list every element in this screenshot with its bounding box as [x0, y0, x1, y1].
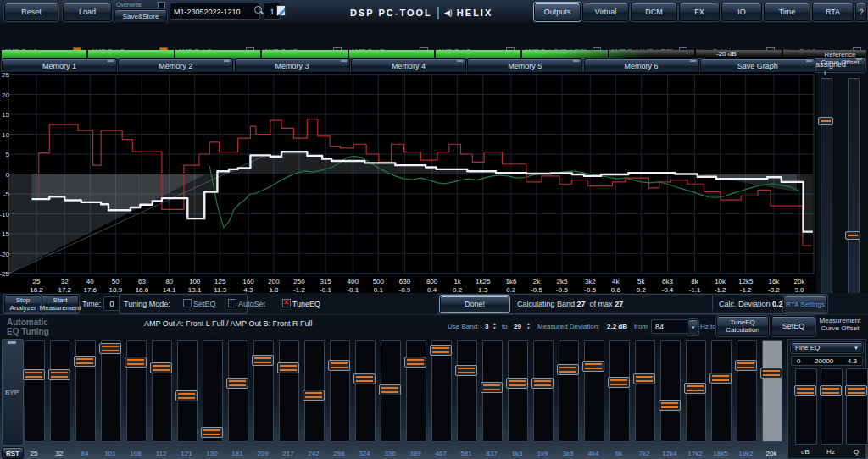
nav-help-button[interactable]: ? [855, 3, 867, 21]
band-from-value[interactable]: 3 [485, 323, 488, 330]
eq-band-track-581[interactable] [457, 340, 477, 442]
memory-slot-button[interactable]: Memory 2 [118, 58, 233, 73]
eq-band-track-1k3[interactable] [508, 340, 528, 442]
eq-band-handle-298[interactable] [328, 360, 350, 371]
eq-band-track-1k9[interactable] [533, 340, 554, 442]
memory-slot-button[interactable]: Memory 3 [235, 58, 350, 73]
search-icon[interactable] [254, 6, 262, 14]
frequency-response-graph[interactable]: 2520151050-5-10-15-20-252516.23217.24017… [0, 72, 816, 293]
fine-eq-handle-q[interactable] [845, 385, 867, 396]
load-button[interactable]: Load [63, 3, 112, 21]
band-to-spinner[interactable]: ▲▼ [526, 322, 531, 330]
eq-band-handle-3k3[interactable] [557, 364, 579, 375]
eq-band-handle-4k4[interactable] [582, 361, 604, 372]
nav-outputs-button[interactable]: Outputs [534, 3, 581, 21]
save-graph-button[interactable]: Save Graph [700, 58, 815, 73]
eq-band-handle-121[interactable] [175, 390, 198, 401]
nav-dcm-button[interactable]: DCM [631, 3, 677, 21]
eq-band-handle-6k[interactable] [608, 377, 630, 388]
eq-band-track-112[interactable] [152, 340, 172, 442]
fine-eq-dropdown[interactable]: Fine EQ▼ [791, 342, 863, 353]
freq-from-dropdown[interactable]: ▼ [687, 319, 698, 335]
eq-band-handle-581[interactable] [455, 365, 477, 376]
fine-eq-track-q[interactable] [846, 368, 868, 445]
mode-checkbox-autoset[interactable] [228, 299, 236, 307]
eq-band-track-108[interactable] [126, 340, 147, 442]
reset-button[interactable]: Reset [4, 3, 58, 21]
eq-band-handle-112[interactable] [150, 362, 172, 373]
band-from-spinner[interactable]: ▲▼ [492, 322, 498, 330]
eq-band-handle-20k[interactable] [760, 368, 782, 379]
tuneeq-button[interactable]: TuneEQCalculation [716, 316, 769, 336]
eq-band-track-4k4[interactable] [584, 340, 604, 442]
eq-band-handle-18k5[interactable] [709, 373, 732, 384]
rta-settings-button[interactable]: RTA Settings [783, 296, 827, 312]
eq-band-track-101[interactable] [101, 340, 121, 442]
eq-band-track-12k4[interactable] [660, 340, 681, 442]
nav-rta-button[interactable]: RTA [812, 3, 854, 21]
eq-band-handle-837[interactable] [481, 382, 503, 393]
eq-band-handle-17k2[interactable] [684, 383, 706, 394]
start-measurement-button[interactable]: StartMeasurement [42, 295, 79, 312]
eq-band-handle-324[interactable] [353, 373, 376, 384]
fine-eq-track-db[interactable] [795, 368, 817, 445]
stop-analyzer-button[interactable]: StopAnalyzer [4, 295, 42, 312]
eq-band-track-298[interactable] [330, 340, 350, 442]
eq-band-handle-467[interactable] [430, 345, 452, 356]
fine-eq-track-hz[interactable] [821, 368, 843, 445]
eq-band-track-32[interactable] [50, 340, 70, 442]
fine-eq-handle-hz[interactable] [820, 385, 842, 396]
memory-slot-button[interactable]: Memory 1 [2, 58, 117, 73]
eq-band-handle-1k3[interactable] [506, 378, 528, 389]
eq-band-handle-7k2[interactable] [633, 373, 655, 384]
eq-band-track-324[interactable] [355, 340, 376, 442]
eq-band-handle-19k2[interactable] [735, 360, 757, 371]
fine-eq-handle-db[interactable] [794, 385, 816, 396]
eq-band-track-3k3[interactable] [559, 340, 579, 442]
eq-band-handle-181[interactable] [226, 378, 248, 389]
eq-band-track-19k2[interactable] [737, 340, 757, 442]
memory-slot-button[interactable]: Memory 6 [584, 58, 699, 73]
seteq-button[interactable]: SetEQ [771, 316, 815, 336]
eq-band-handle-1k9[interactable] [531, 378, 554, 389]
eq-band-handle-32[interactable] [48, 369, 70, 380]
nav-virtual-button[interactable]: Virtual [582, 3, 629, 21]
mode-checkbox-seteq[interactable] [183, 299, 192, 307]
eq-band-track-25[interactable] [25, 340, 45, 442]
eq-band-track-6k[interactable] [609, 340, 630, 442]
eq-band-track-20k[interactable] [762, 340, 782, 442]
preset-name-field[interactable]: M1-23052022-1210 [170, 3, 260, 20]
overwrite-checkbox[interactable] [158, 2, 165, 9]
eq-band-handle-101[interactable] [99, 343, 121, 354]
mode-checkbox-tuneeq[interactable]: ✕ [282, 299, 291, 307]
nav-io-button[interactable]: IO [721, 3, 762, 21]
measurement-offset-slider-track[interactable] [848, 78, 860, 307]
eq-band-handle-336[interactable] [379, 384, 401, 395]
bypass-button[interactable]: BYP [2, 339, 24, 445]
eq-band-handle-25[interactable] [23, 369, 45, 380]
edit-preset-icon[interactable] [276, 5, 286, 16]
eq-band-handle-242[interactable] [303, 390, 325, 401]
eq-band-track-7k2[interactable] [635, 340, 655, 442]
done-button[interactable]: Done! [440, 296, 509, 312]
memory-slot-button[interactable]: Memory 5 [467, 58, 582, 73]
measurement-offset-slider-handle[interactable] [845, 231, 860, 240]
eq-band-handle-130[interactable] [201, 427, 223, 438]
eq-band-track-467[interactable] [431, 340, 452, 442]
band-to-value[interactable]: 29 [514, 323, 521, 330]
eq-band-handle-108[interactable] [125, 357, 147, 368]
eq-band-handle-389[interactable] [404, 357, 426, 368]
eq-band-handle-209[interactable] [252, 355, 274, 366]
reference-offset-slider-track[interactable] [821, 78, 832, 307]
save-store-button[interactable]: Save&Store [114, 9, 167, 23]
reference-offset-slider-handle[interactable] [818, 117, 833, 125]
eq-band-track-18k5[interactable] [711, 340, 732, 442]
nav-time-button[interactable]: Time [764, 3, 810, 21]
eq-band-track-389[interactable] [406, 340, 426, 442]
eq-band-track-217[interactable] [279, 340, 299, 442]
nav-fx-button[interactable]: FX [679, 3, 720, 21]
eq-band-handle-12k4[interactable] [659, 400, 681, 411]
eq-band-handle-84[interactable] [74, 356, 96, 367]
memory-slot-button[interactable]: Memory 4 [351, 58, 466, 73]
eq-band-handle-217[interactable] [277, 362, 299, 373]
